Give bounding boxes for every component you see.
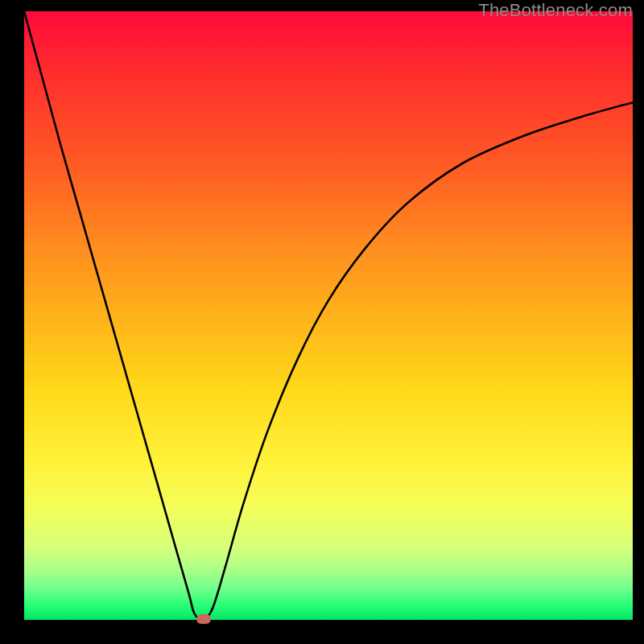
bottleneck-curve: [24, 11, 633, 620]
curve-svg: [24, 11, 633, 620]
plot-area: [24, 11, 633, 620]
minimum-marker: [196, 614, 211, 624]
watermark-text: TheBottleneck.com: [478, 0, 633, 21]
chart-frame: TheBottleneck.com: [0, 0, 644, 644]
